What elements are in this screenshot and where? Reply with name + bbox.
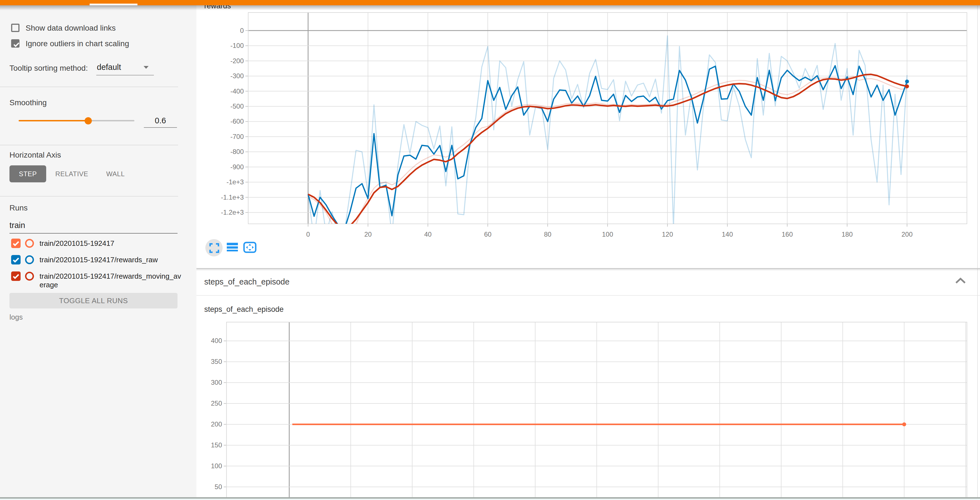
runs-section-label: Runs [10,204,27,212]
show-data-download-links-label: Show data download links [25,24,116,33]
tooltip-sorting-dropdown[interactable]: default [97,63,121,72]
svg-text:60: 60 [484,231,492,238]
svg-text:-700: -700 [231,133,244,140]
card-right-edge [977,6,978,498]
show-data-download-links-checkbox[interactable] [11,24,19,32]
svg-text:80: 80 [544,231,552,238]
run-filter-underline [10,233,178,234]
smoothing-slider-thumb[interactable] [84,117,92,124]
svg-text:-600: -600 [231,118,244,125]
svg-text:-300: -300 [231,72,244,80]
tooltip-sorting-underline [96,75,154,75]
svg-text:120: 120 [662,231,673,238]
run-label: train/20201015-192417/rewards_moving_ave… [40,272,182,289]
active-tab-indicator [90,4,137,5]
tooltip-sorting-label: Tooltip sorting method: [10,64,88,73]
expand-chart-icon[interactable] [209,243,219,253]
divider [0,196,178,197]
run-visibility-checkbox[interactable] [11,255,21,264]
rewards-line-chart[interactable]: 0-100-200-300-400-500-600-700-800-900-1e… [212,11,980,250]
smoothing-slider-fill [19,120,88,121]
app-header-bar [0,0,980,5]
header-shadow [0,5,980,10]
svg-text:-1e+3: -1e+3 [226,178,244,186]
svg-text:-500: -500 [231,102,244,110]
chevron-down-icon[interactable] [143,66,149,69]
svg-text:400: 400 [211,337,222,344]
svg-text:180: 180 [842,231,853,238]
svg-text:140: 140 [722,231,733,238]
toggle-log-scale-icon[interactable] [227,243,238,252]
svg-text:-100: -100 [231,42,244,49]
svg-text:300: 300 [211,379,222,386]
horizontal-axis-label: Horizontal Axis [10,151,61,159]
run-solo-radio[interactable] [25,239,34,248]
steps-chart-title: steps_of_each_episode [204,305,283,314]
smoothing-label: Smoothing [10,98,47,107]
svg-text:200: 200 [211,420,222,428]
run-visibility-checkbox[interactable] [11,239,21,248]
svg-text:-900: -900 [231,163,244,170]
svg-text:100: 100 [211,462,222,470]
bottom-strip [0,498,980,500]
svg-text:-800: -800 [231,148,244,155]
horizontal-axis-wall-button[interactable]: WALL [100,166,131,182]
fit-domain-to-data-icon[interactable] [243,242,256,253]
svg-text:200: 200 [902,231,913,238]
section-divider-shadow [196,269,980,271]
run-label: train/20201015-192417/rewards_raw [40,256,182,264]
divider [0,145,178,145]
svg-text:-1.1e+3: -1.1e+3 [221,193,244,201]
svg-text:40: 40 [424,231,431,238]
tensorboard-app: Show data download links Ignore outliers… [0,0,980,500]
run-label: train/20201015-192417 [40,239,182,248]
horizontal-axis-relative-button[interactable]: RELATIVE [54,166,89,182]
run-filter-input[interactable]: train [10,221,25,230]
svg-text:100: 100 [602,231,613,238]
svg-text:0: 0 [240,27,244,34]
smoothing-value-underline [144,127,177,128]
smoothing-value-input[interactable]: 0.6 [144,116,177,125]
logs-path-label: logs [10,313,23,322]
svg-text:-400: -400 [231,88,244,95]
collapse-section-chevron-up-icon[interactable] [955,277,967,285]
svg-text:350: 350 [211,358,222,365]
svg-text:-200: -200 [231,57,244,65]
svg-text:160: 160 [782,231,793,238]
svg-text:50: 50 [215,483,222,490]
svg-text:20: 20 [364,231,372,238]
run-solo-radio[interactable] [25,255,34,264]
svg-text:0: 0 [306,231,310,238]
settings-sidebar: Show data download links Ignore outliers… [0,5,196,497]
toggle-all-runs-button[interactable]: TOGGLE ALL RUNS [10,293,178,309]
section-header-steps-of-each-episode[interactable]: steps_of_each_episode [204,277,290,287]
ignore-outliers-label: Ignore outliers in chart scaling [25,39,129,48]
svg-text:250: 250 [211,400,222,407]
check-icon [12,40,21,49]
svg-text:150: 150 [211,441,222,449]
ignore-outliers-checkbox[interactable] [11,39,19,48]
svg-text:-1.2e+3: -1.2e+3 [221,209,244,216]
horizontal-axis-step-button[interactable]: STEP [10,166,46,182]
divider [0,87,178,87]
divider [196,295,980,296]
run-solo-radio[interactable] [25,272,34,280]
steps-line-chart[interactable]: 40035030025020015010050 [190,320,980,498]
run-visibility-checkbox[interactable] [11,271,21,281]
